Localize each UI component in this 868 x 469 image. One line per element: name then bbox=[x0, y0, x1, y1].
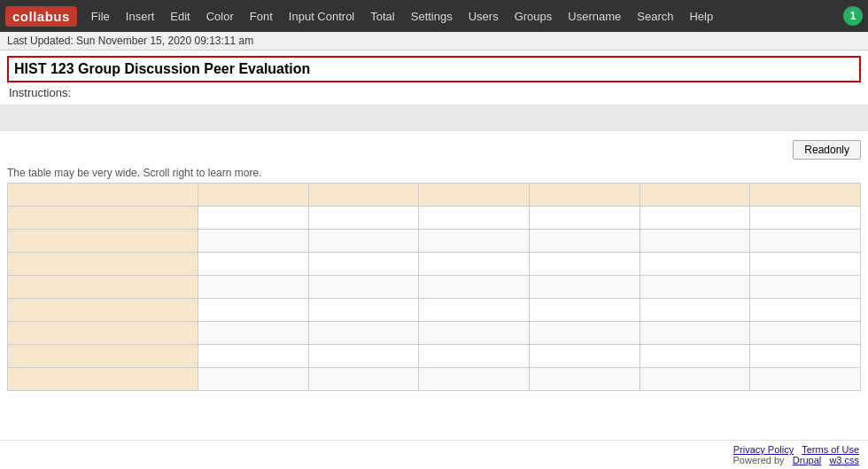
nav-username[interactable]: Username bbox=[561, 6, 628, 27]
data-cell[interactable] bbox=[750, 230, 861, 253]
data-cell[interactable] bbox=[308, 322, 419, 345]
data-cell[interactable] bbox=[639, 276, 750, 299]
data-cell[interactable] bbox=[750, 345, 861, 368]
data-cell[interactable] bbox=[419, 253, 530, 276]
header-col-2 bbox=[308, 184, 419, 207]
title-area: HIST 123 Group Discussion Peer Evaluatio… bbox=[0, 51, 868, 105]
row-label-cell bbox=[8, 345, 198, 368]
header-col-4 bbox=[529, 184, 639, 207]
data-cell[interactable] bbox=[529, 276, 639, 299]
data-cell[interactable] bbox=[529, 230, 639, 253]
data-cell[interactable] bbox=[639, 230, 750, 253]
data-cell[interactable] bbox=[529, 368, 639, 391]
data-cell[interactable] bbox=[198, 345, 309, 368]
last-updated-value: Sun November 15, 2020 09:13:11 am bbox=[76, 35, 253, 47]
data-cell[interactable] bbox=[639, 345, 750, 368]
header-col-5 bbox=[639, 184, 750, 207]
data-cell[interactable] bbox=[308, 230, 419, 253]
data-cell[interactable] bbox=[750, 368, 861, 391]
data-cell[interactable] bbox=[198, 276, 309, 299]
row-label-cell bbox=[8, 299, 198, 322]
row-label-cell bbox=[8, 253, 198, 276]
table-row bbox=[8, 207, 861, 230]
row-label-cell bbox=[8, 322, 198, 345]
data-cell[interactable] bbox=[419, 368, 530, 391]
nav-help[interactable]: Help bbox=[682, 6, 720, 27]
data-cell[interactable] bbox=[198, 322, 309, 345]
scroll-hint: The table may be very wide. Scroll right… bbox=[0, 165, 868, 183]
data-cell[interactable] bbox=[198, 368, 309, 391]
data-cell[interactable] bbox=[750, 276, 861, 299]
nav-search[interactable]: Search bbox=[630, 6, 680, 27]
table-row bbox=[8, 345, 861, 368]
header-col-1 bbox=[198, 184, 309, 207]
data-cell[interactable] bbox=[198, 299, 309, 322]
nav-total[interactable]: Total bbox=[363, 6, 401, 27]
data-cell[interactable] bbox=[419, 322, 530, 345]
nav-file[interactable]: File bbox=[84, 6, 117, 27]
logo-text: collabus bbox=[12, 9, 70, 24]
data-cell[interactable] bbox=[529, 299, 639, 322]
data-cell[interactable] bbox=[419, 345, 530, 368]
data-cell[interactable] bbox=[639, 207, 750, 230]
navbar: collabus File Insert Edit Color Font Inp… bbox=[0, 0, 868, 32]
nav-users[interactable]: Users bbox=[461, 6, 506, 27]
data-cell[interactable] bbox=[750, 207, 861, 230]
nav-color[interactable]: Color bbox=[199, 6, 241, 27]
row-label-cell bbox=[8, 276, 198, 299]
data-cell[interactable] bbox=[750, 299, 861, 322]
data-cell[interactable] bbox=[198, 230, 309, 253]
data-cell[interactable] bbox=[529, 322, 639, 345]
data-cell[interactable] bbox=[639, 299, 750, 322]
row-label-cell bbox=[8, 207, 198, 230]
nav-input-control[interactable]: Input Control bbox=[282, 6, 361, 27]
data-cell[interactable] bbox=[639, 368, 750, 391]
row-label-cell bbox=[8, 368, 198, 391]
header-col-3 bbox=[419, 184, 530, 207]
data-cell[interactable] bbox=[639, 253, 750, 276]
row-label-cell bbox=[8, 230, 198, 253]
data-cell[interactable] bbox=[529, 345, 639, 368]
data-cell[interactable] bbox=[308, 345, 419, 368]
table-row bbox=[8, 276, 861, 299]
eval-table bbox=[7, 183, 861, 391]
table-row bbox=[8, 299, 861, 322]
table-row bbox=[8, 230, 861, 253]
table-body bbox=[8, 207, 861, 391]
data-cell[interactable] bbox=[419, 299, 530, 322]
data-cell[interactable] bbox=[308, 207, 419, 230]
data-cell[interactable] bbox=[308, 253, 419, 276]
table-container bbox=[0, 183, 868, 391]
data-cell[interactable] bbox=[419, 276, 530, 299]
readonly-button[interactable]: Readonly bbox=[793, 140, 861, 160]
nav-insert[interactable]: Insert bbox=[119, 6, 162, 27]
data-cell[interactable] bbox=[308, 368, 419, 391]
data-cell[interactable] bbox=[308, 299, 419, 322]
instructions-area[interactable] bbox=[0, 105, 868, 131]
data-cell[interactable] bbox=[639, 322, 750, 345]
last-updated-bar: Last Updated: Sun November 15, 2020 09:1… bbox=[0, 32, 868, 51]
table-row bbox=[8, 322, 861, 345]
data-cell[interactable] bbox=[308, 276, 419, 299]
notification-badge[interactable]: 1 bbox=[843, 6, 863, 26]
logo[interactable]: collabus bbox=[5, 6, 77, 27]
table-row bbox=[8, 253, 861, 276]
data-cell[interactable] bbox=[750, 322, 861, 345]
data-cell[interactable] bbox=[529, 207, 639, 230]
data-cell[interactable] bbox=[198, 253, 309, 276]
form-title[interactable]: HIST 123 Group Discussion Peer Evaluatio… bbox=[7, 56, 861, 82]
nav-settings[interactable]: Settings bbox=[404, 6, 460, 27]
header-col-fixed bbox=[8, 184, 198, 207]
data-cell[interactable] bbox=[419, 230, 530, 253]
nav-groups[interactable]: Groups bbox=[508, 6, 560, 27]
nav-edit[interactable]: Edit bbox=[163, 6, 197, 27]
last-updated-label: Last Updated: bbox=[7, 35, 74, 47]
readonly-bar: Readonly bbox=[0, 135, 868, 165]
data-cell[interactable] bbox=[529, 253, 639, 276]
data-cell[interactable] bbox=[198, 207, 309, 230]
table-header-row bbox=[8, 184, 861, 207]
nav-font[interactable]: Font bbox=[243, 6, 280, 27]
data-cell[interactable] bbox=[419, 207, 530, 230]
data-cell[interactable] bbox=[750, 253, 861, 276]
header-col-6 bbox=[750, 184, 861, 207]
